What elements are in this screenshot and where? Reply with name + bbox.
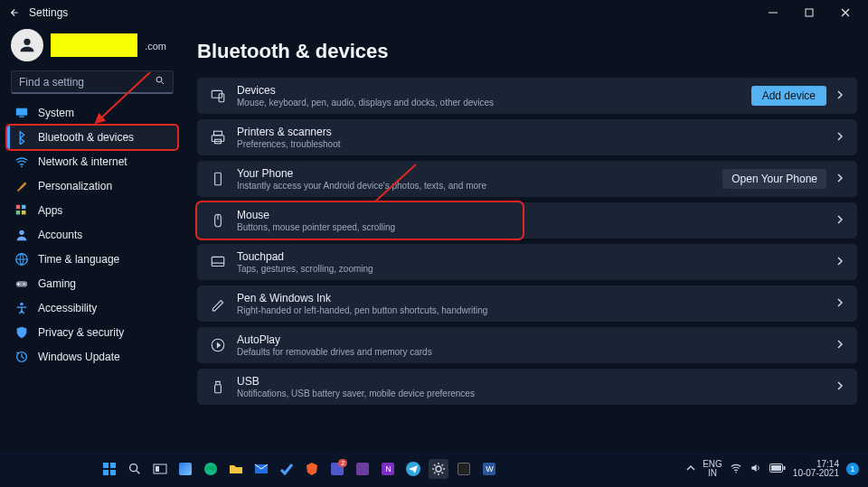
chevron-right-icon: [835, 131, 844, 144]
pinned-brave[interactable]: [302, 459, 322, 479]
card-text: Printers & scannersPreferences, troubles…: [237, 126, 835, 149]
svg-point-1: [156, 77, 162, 82]
nav-item-gaming[interactable]: Gaming: [7, 272, 177, 295]
pinned-app-davinci[interactable]: [454, 459, 474, 479]
tray-language[interactable]: ENG IN: [703, 460, 722, 478]
svg-rect-20: [215, 173, 222, 185]
system-tray: ENG IN 17:14 10-07-2021 1: [686, 460, 859, 478]
settings-card-pen-windows-ink[interactable]: Pen & Windows InkRight-handed or left-ha…: [197, 286, 857, 322]
nav-item-windows-update[interactable]: Windows Update: [7, 345, 177, 369]
nav-item-time-language[interactable]: Time & language: [7, 248, 177, 271]
devices-icon: [208, 88, 228, 104]
shield-icon: [14, 325, 29, 340]
tray-overflow[interactable]: [686, 464, 695, 474]
tray-wifi[interactable]: [730, 462, 742, 476]
autoplay-icon: [208, 337, 228, 353]
word-icon: W: [483, 463, 495, 475]
nav-item-label: Accounts: [38, 229, 82, 241]
settings-card-your-phone[interactable]: Your PhoneInstantly access your Android …: [197, 161, 857, 197]
folder-icon: [229, 462, 243, 476]
window-title: Settings: [29, 6, 68, 19]
pinned-telegram[interactable]: [403, 459, 423, 479]
pinned-todo[interactable]: [277, 459, 297, 479]
settings-card-printers-scanners[interactable]: Printers & scannersPreferences, troubles…: [197, 119, 857, 155]
svg-point-13: [20, 303, 24, 306]
add-device-button[interactable]: Add device: [751, 86, 826, 106]
task-view-button[interactable]: [150, 459, 170, 479]
apps-icon: [14, 203, 29, 218]
content-area: Bluetooth & devices DevicesMouse, keyboa…: [177, 25, 861, 451]
tray-volume[interactable]: [750, 462, 762, 476]
svg-rect-2: [16, 108, 27, 116]
account-profile[interactable]: [11, 29, 174, 61]
nav-item-accessibility[interactable]: Accessibility: [7, 296, 177, 320]
settings-card-usb[interactable]: USBNotifications, USB battery saver, mob…: [197, 369, 857, 405]
tray-clock[interactable]: 17:14 10-07-2021: [793, 460, 839, 478]
clock-date: 10-07-2021: [793, 469, 839, 478]
nav-item-apps[interactable]: Apps: [7, 199, 177, 222]
game-icon: [14, 276, 29, 291]
minimize-button[interactable]: [756, 0, 790, 25]
nav-list: SystemBluetooth & devicesNetwork & inter…: [7, 101, 177, 369]
open-your-phone-button[interactable]: Open Your Phone: [722, 169, 826, 189]
update-icon: [14, 350, 29, 364]
pinned-word[interactable]: W: [479, 459, 499, 479]
nav-item-accounts[interactable]: Accounts: [7, 223, 177, 247]
svg-rect-18: [212, 136, 224, 142]
svg-rect-31: [103, 470, 108, 475]
bluetooth-icon: [14, 130, 29, 145]
svg-point-4: [21, 165, 23, 167]
access-icon: [14, 301, 29, 315]
pinned-onenote[interactable]: N: [378, 459, 398, 479]
nav-item-system[interactable]: System: [7, 101, 177, 125]
card-title: Printers & scanners: [237, 126, 835, 138]
nav-item-bluetooth-devices[interactable]: Bluetooth & devices: [7, 126, 177, 149]
check-icon: [279, 462, 294, 476]
nav-item-personalization[interactable]: Personalization: [7, 174, 177, 198]
pinned-edge[interactable]: [201, 459, 221, 479]
search-box[interactable]: [11, 70, 174, 94]
settings-card-devices[interactable]: DevicesMouse, keyboard, pen, audio, disp…: [197, 78, 857, 114]
user-icon: [14, 228, 29, 242]
card-text: Your PhoneInstantly access your Android …: [237, 167, 722, 191]
gear-icon: [431, 462, 446, 476]
card-text: MouseButtons, mouse pointer speed, scrol…: [237, 209, 510, 232]
wifi-icon: [730, 462, 742, 474]
svg-rect-29: [103, 463, 108, 468]
pinned-teams[interactable]: 2: [327, 459, 347, 479]
search-input[interactable]: [19, 76, 155, 89]
svg-rect-42: [783, 466, 785, 470]
tray-battery[interactable]: [769, 463, 786, 475]
usb-icon: [208, 379, 228, 395]
settings-card-autoplay[interactable]: AutoPlayDefaults for removable drives an…: [197, 327, 857, 363]
tray-notifications[interactable]: 1: [846, 463, 859, 475]
nav-item-label: Windows Update: [38, 351, 120, 363]
settings-card-touchpad[interactable]: TouchpadTaps, gestures, scrolling, zoomi…: [197, 244, 857, 280]
arrow-left-icon: [7, 6, 20, 19]
svg-rect-0: [806, 9, 813, 16]
card-text: DevicesMouse, keyboard, pen, audio, disp…: [237, 84, 751, 108]
card-subtitle: Notifications, USB battery saver, mobile…: [237, 389, 835, 398]
close-button[interactable]: [828, 0, 863, 25]
svg-rect-43: [771, 465, 781, 471]
taskbar-search[interactable]: [125, 459, 145, 479]
start-button[interactable]: [99, 459, 119, 479]
nav-item-network-internet[interactable]: Network & internet: [7, 150, 177, 173]
widgets-button[interactable]: [175, 459, 195, 479]
pinned-explorer[interactable]: [226, 459, 246, 479]
nav-item-label: Apps: [38, 204, 62, 217]
pinned-settings[interactable]: [429, 459, 448, 479]
svg-point-9: [19, 230, 24, 235]
brush-icon: [14, 179, 29, 193]
person-icon: [17, 35, 37, 55]
maximize-button[interactable]: [792, 0, 826, 25]
nav-item-privacy-security[interactable]: Privacy & security: [7, 321, 177, 344]
pen-icon: [208, 295, 228, 312]
settings-card-mouse[interactable]: MouseButtons, mouse pointer speed, scrol…: [197, 202, 523, 239]
pinned-app-purple[interactable]: [353, 459, 373, 479]
search-icon: [155, 75, 165, 89]
nav-item-label: System: [38, 107, 74, 119]
pinned-mail[interactable]: [251, 459, 271, 479]
taskbar: 2 N W ENG IN 17:14 10-07-2021 1: [0, 451, 868, 487]
back-button[interactable]: [5, 6, 22, 19]
